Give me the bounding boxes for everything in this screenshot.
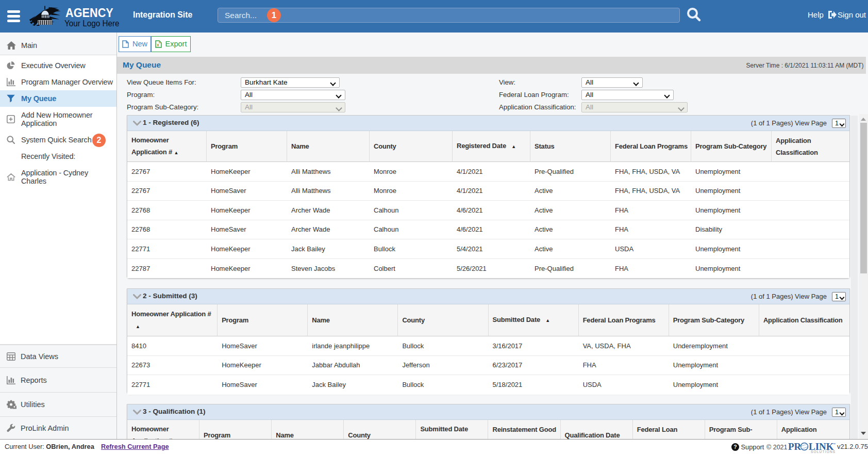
svg-text:SOLUTIONS: SOLUTIONS — [811, 450, 836, 453]
svg-text:?: ? — [733, 444, 737, 450]
svg-text:PR: PR — [788, 441, 802, 452]
svg-text:x: x — [157, 42, 159, 47]
svg-text:™: ™ — [832, 443, 836, 446]
